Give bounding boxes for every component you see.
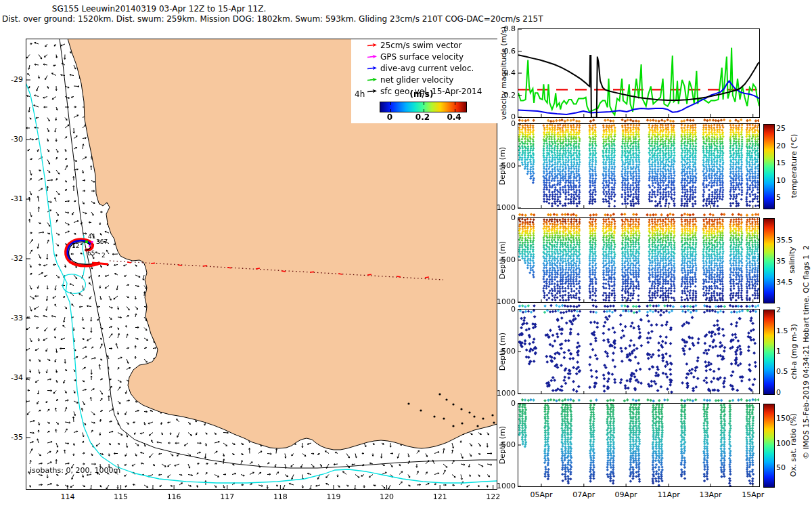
- salinity-section-canvas: [518, 218, 759, 302]
- island-speck: [443, 417, 445, 419]
- oxygen-surface-strip: [518, 398, 759, 403]
- legend-colorbar-tick: [424, 102, 424, 105]
- salinity-section-panel: [518, 217, 760, 303]
- salinity-colorbar: [763, 218, 775, 303]
- colorbar-tick-label: 10: [776, 176, 796, 185]
- map-legend: 25cm/s swim vector GPS surface velocity …: [351, 39, 498, 123]
- legend-item-swim-vector: 25cm/s swim vector: [351, 39, 498, 51]
- map-ytick-label: -35: [0, 433, 23, 442]
- blue-arrow-icon: [366, 65, 378, 72]
- chl-a-section-canvas: [518, 310, 759, 394]
- legend-units-label: (m/s): [410, 89, 434, 99]
- dive-number-label: 41: [88, 233, 95, 240]
- island-speck: [420, 409, 422, 411]
- isobaths-note: isobaths: 0, 200, 1000m: [30, 466, 120, 475]
- island-speck: [452, 403, 454, 405]
- date-tick-label: 07Apr: [566, 490, 602, 499]
- legend-colorbar-tick-label: 0: [387, 112, 392, 122]
- map-xtick-label: 117: [214, 492, 241, 501]
- depth-tick-label: 0: [483, 213, 516, 222]
- island-speck: [473, 415, 475, 417]
- swim-vector-mark: [281, 271, 286, 272]
- colorbar-tick-label: 50: [776, 463, 796, 472]
- swim-vector-mark: [151, 263, 155, 263]
- oxygen-section-canvas: [518, 404, 759, 486]
- colorbar-tick-label: 35: [776, 257, 796, 266]
- map-xtick-label: 120: [374, 492, 401, 501]
- island-speck: [493, 421, 495, 423]
- legend-colorbar-tick-label: 0.4: [447, 112, 461, 122]
- depth-tick-label: 1000: [483, 389, 516, 398]
- legend-colorbar-tick: [390, 109, 391, 112]
- map-xtick-label: 118: [267, 492, 294, 501]
- velocity-chart: [518, 29, 759, 117]
- glider-mission-figure: SG155 Leeuwin20140319 03-Apr 12Z to 15-A…: [0, 0, 812, 508]
- colorbar-tick-label: 1.5: [776, 326, 796, 335]
- swim-vector-mark: [227, 268, 231, 268]
- colorbar-tick-label: 25: [776, 124, 796, 133]
- map-xtick-label: 122: [480, 492, 507, 501]
- date-tick-label: 13Apr: [693, 490, 728, 499]
- legend-label: 25cm/s swim vector: [380, 41, 462, 50]
- island-speck: [460, 408, 462, 410]
- temperature-surface-strip: [518, 118, 759, 123]
- velocity-ytick-label: 0.6: [491, 47, 516, 56]
- colorbar-tick-label: 5: [776, 193, 796, 202]
- map-ytick-label: -29: [0, 75, 23, 84]
- legend-time-note: 4h: [355, 89, 365, 99]
- map-xtick-label: 121: [426, 492, 453, 501]
- island-speck: [445, 398, 447, 400]
- legend-label: net glider velocity: [380, 75, 453, 85]
- depth-tick-label: 500: [483, 255, 516, 264]
- oxygen-colorbar: [763, 404, 775, 488]
- map-xtick-label: 119: [320, 492, 347, 501]
- velocity-ytick-label: 0.2: [491, 91, 516, 100]
- net-velocity-mark: [85, 240, 88, 243]
- green-arrow-icon: [366, 77, 378, 83]
- map-ytick-label: -34: [0, 373, 23, 382]
- depth-tick-label: 500: [483, 161, 516, 170]
- magenta-arrow-icon: [366, 54, 378, 60]
- legend-label: GPS surface velocity: [380, 52, 464, 62]
- date-tick-label: 09Apr: [608, 490, 644, 499]
- colorbar-tick-label: 0.5: [776, 367, 796, 376]
- swim-vector-mark: [338, 274, 342, 274]
- legend-colorbar-tick: [455, 109, 455, 112]
- map-xtick-label: 114: [54, 492, 81, 501]
- chl-a-section-panel: [518, 309, 760, 394]
- glider-track-tail: [92, 263, 108, 264]
- colorbar-tick-label: 20: [776, 142, 796, 150]
- swim-vector-mark: [425, 277, 429, 278]
- velocity-magnitude-panel: [518, 28, 760, 118]
- legend-colorbar-tick: [455, 102, 455, 105]
- island-speck: [438, 393, 441, 395]
- swim-vector-mark: [127, 262, 131, 263]
- temperature-colorbar: [763, 124, 775, 209]
- map-ytick-label: -33: [0, 314, 23, 322]
- island-speck: [476, 425, 478, 427]
- swim-vector-mark: [256, 268, 260, 269]
- gps-fix-mark: [89, 245, 91, 247]
- legend-colorbar-tick-label: 0.2: [415, 112, 430, 122]
- colorbar-tick-label: 15: [776, 158, 796, 167]
- net-glider-velocity-line: [518, 48, 759, 115]
- velocity-ytick-label: 0.4: [491, 68, 516, 77]
- legend-label: dive-avg current veloc.: [380, 64, 474, 73]
- dive-number-label: 65: [87, 250, 95, 257]
- dive-number-label: 12: [72, 242, 79, 249]
- colorbar-tick-label: 1: [776, 347, 796, 356]
- colorbar-tick-label: 35.5: [776, 236, 796, 245]
- swim-vector-mark: [203, 266, 207, 266]
- colorbar-tick-label: 100: [776, 439, 796, 448]
- island-speck: [452, 425, 454, 427]
- island-speck: [482, 417, 484, 419]
- legend-item-dive-avg-current: dive-avg current veloc.: [351, 62, 498, 74]
- chl-a-surface-strip: [518, 303, 759, 309]
- legend-colorbar: [380, 102, 467, 112]
- colorbar-tick-label: 150: [776, 414, 796, 423]
- map-ytick-label: -31: [0, 194, 23, 203]
- depth-tick-label: 0: [483, 119, 516, 128]
- depth-tick-label: 1000: [483, 482, 516, 490]
- copyright-note: © IMOS 15-Feb-2019 04:34:21 Hobart time.…: [802, 245, 811, 459]
- swim-vector-mark: [310, 272, 314, 272]
